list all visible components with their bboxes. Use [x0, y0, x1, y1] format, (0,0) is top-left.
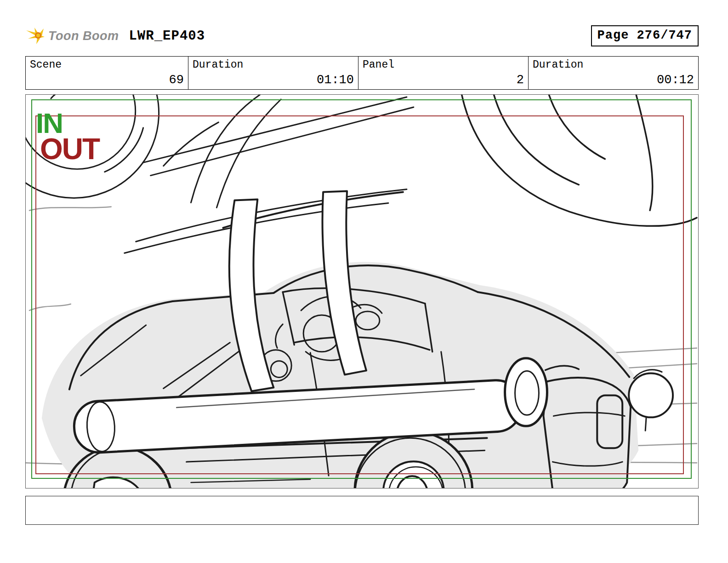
panel-value: 2 — [517, 73, 524, 87]
storyboard-page: Toon Boom LWR_EP403 Page 276/747 Scene 6… — [0, 0, 728, 563]
page-indicator: Page 276/747 — [591, 25, 699, 46]
panel-duration-value: 00:12 — [657, 73, 694, 87]
scene-duration-label: Duration — [193, 59, 354, 71]
toonboom-logo-text: Toon Boom — [48, 29, 119, 43]
header: Toon Boom LWR_EP403 Page 276/747 — [25, 24, 699, 48]
info-row: Scene 69 Duration 01:10 Panel 2 Duration… — [25, 56, 699, 90]
in-label: IN — [36, 111, 63, 136]
info-cell-scene: Scene 69 — [25, 56, 188, 90]
scene-value: 69 — [169, 73, 184, 87]
scene-duration-value: 01:10 — [317, 73, 354, 87]
toonboom-logo: Toon Boom — [25, 27, 119, 45]
storyboard-panel: IN OUT — [25, 94, 699, 488]
scene-label: Scene — [30, 59, 184, 71]
info-cell-panel: Panel 2 — [358, 56, 529, 90]
caption-box — [25, 496, 699, 525]
project-title: LWR_EP403 — [129, 29, 205, 44]
toonboom-logo-icon — [25, 27, 46, 45]
panel-duration-label: Duration — [533, 59, 694, 71]
panel-label: Panel — [363, 59, 524, 71]
out-label: OUT — [40, 137, 99, 161]
info-cell-panel-duration: Duration 00:12 — [528, 56, 699, 90]
storyboard-sketch — [26, 95, 698, 488]
info-cell-scene-duration: Duration 01:10 — [188, 56, 358, 90]
